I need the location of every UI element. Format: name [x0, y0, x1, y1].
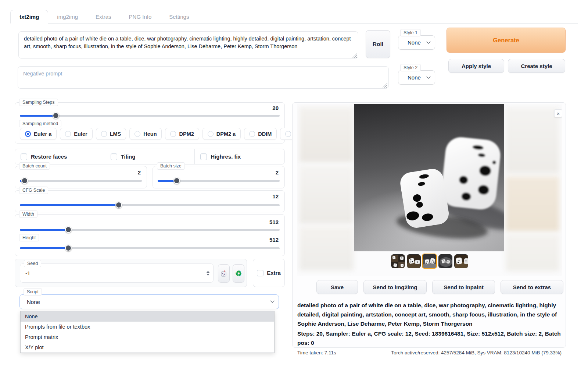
sampler-label: Euler a	[34, 131, 51, 137]
batch-count-label: Batch count	[19, 162, 50, 170]
sampler-label: DPM2	[179, 131, 194, 137]
gallery-thumbnail-1[interactable]	[391, 254, 405, 268]
slider-handle[interactable]	[53, 112, 59, 119]
batch-size-slider[interactable]	[158, 177, 280, 184]
stepper-down-icon[interactable]	[207, 274, 209, 276]
thumbnail-image	[423, 254, 437, 268]
slider-fill	[20, 247, 68, 249]
script-dropdown-menu: None Prompts from file or textbox Prompt…	[20, 311, 275, 353]
batch-count-slider[interactable]	[20, 177, 142, 184]
send-to-inpaint-button[interactable]: Send to inpaint	[432, 280, 495, 294]
gallery-thumbnail-2[interactable]	[407, 254, 421, 268]
radio-icon	[208, 131, 214, 137]
sampler-option-lms[interactable]: LMS	[96, 128, 126, 140]
chevron-down-icon	[270, 299, 274, 303]
random-seed-button[interactable]	[218, 264, 230, 283]
slider-handle[interactable]	[115, 202, 122, 208]
chevron-down-icon	[426, 39, 430, 43]
script-select[interactable]: None	[19, 294, 279, 309]
batch-count-box: Batch count 2	[15, 166, 147, 188]
sampler-option-dpm2[interactable]: DPM2	[165, 128, 199, 140]
script-value: None	[25, 299, 40, 305]
sampler-option-euler[interactable]: Euler	[60, 128, 92, 140]
slider-track[interactable]	[20, 180, 142, 182]
sampler-option-ddim[interactable]: DDIM	[244, 128, 277, 140]
seed-input[interactable]: Seed -1	[20, 263, 214, 283]
sampling-steps-value: 20	[272, 105, 279, 111]
batch-size-value: 2	[276, 169, 279, 176]
output-footer: Time taken: 7.11s Torch active/reserved:…	[297, 350, 562, 355]
sampler-option-heun[interactable]: Heun	[129, 128, 162, 140]
output-prompt-text: detailed photo of a pair of white die on…	[297, 301, 562, 328]
txt2img-app: txt2img img2img Extras PNG Info Settings…	[0, 0, 588, 368]
style2-value: None	[403, 74, 421, 81]
sampling-steps-slider[interactable]	[20, 112, 280, 119]
script-option-none[interactable]: None	[21, 311, 274, 322]
blurred-gallery-image	[299, 226, 354, 270]
sampler-option-dpm2-a[interactable]: DPM2 a	[202, 128, 241, 140]
slider-fill	[20, 115, 56, 117]
close-gallery-button[interactable]: ×	[554, 109, 562, 117]
tab-extras[interactable]: Extras	[87, 10, 120, 23]
tiling-toggle[interactable]: Tiling	[105, 149, 195, 164]
toggle-label: Tiling	[121, 153, 136, 160]
sampler-option-euler-a[interactable]: Euler a	[20, 128, 57, 140]
generated-image-dice[interactable]	[354, 104, 504, 251]
slider-handle[interactable]	[21, 177, 28, 184]
tab-settings[interactable]: Settings	[160, 10, 198, 23]
script-option-prompt-matrix[interactable]: Prompt matrix	[21, 332, 274, 342]
blurred-gallery-image	[506, 107, 559, 173]
checkbox-icon[interactable]	[257, 270, 263, 276]
gallery-thumbnail-4[interactable]	[438, 254, 452, 268]
blurred-gallery-image	[506, 234, 559, 271]
create-style-button[interactable]: Create style	[508, 59, 565, 73]
tab-img2img[interactable]: img2img	[48, 10, 87, 23]
gallery-thumbnail-3-selected[interactable]	[422, 254, 437, 269]
seed-stepper[interactable]	[207, 271, 209, 276]
roll-button[interactable]: Roll	[366, 30, 390, 58]
gallery-thumbnail-5[interactable]	[454, 254, 468, 268]
blurred-gallery-image	[506, 176, 559, 231]
extra-box[interactable]: Extra	[253, 259, 285, 287]
height-slider[interactable]	[20, 245, 280, 251]
toggle-label: Restore faces	[31, 153, 67, 160]
reuse-seed-button[interactable]: ♻	[233, 264, 244, 283]
slider-handle[interactable]	[65, 226, 72, 233]
style2-select[interactable]: None	[398, 70, 435, 85]
prompt-input[interactable]: detailed photo of a pair of white die on…	[18, 31, 358, 59]
seed-box: Seed -1 ♻	[15, 259, 247, 287]
checkbox-icon[interactable]	[111, 153, 117, 160]
tab-png-info[interactable]: PNG Info	[120, 10, 161, 23]
generate-button[interactable]: Generate	[447, 28, 566, 53]
thumbnail-image	[407, 255, 421, 268]
apply-style-button[interactable]: Apply style	[448, 59, 504, 73]
highres-fix-toggle[interactable]: Highres. fix	[194, 149, 284, 164]
style1-select[interactable]: None	[398, 35, 435, 50]
checkbox-icon[interactable]	[200, 153, 207, 160]
sampler-label: DDIM	[258, 131, 272, 137]
negative-prompt-input[interactable]	[18, 66, 389, 89]
stepper-up-icon[interactable]	[207, 271, 209, 273]
width-slider[interactable]	[20, 226, 280, 233]
slider-handle[interactable]	[173, 177, 180, 184]
checkbox-icon[interactable]	[21, 153, 27, 160]
script-option-prompts-from-file[interactable]: Prompts from file or textbox	[21, 322, 274, 332]
sampler-label: DPM2 a	[216, 131, 236, 137]
cfg-scale-label: CFG Scale	[19, 187, 48, 194]
style1-label: Style 1	[400, 29, 421, 36]
seed-label: Seed	[24, 260, 41, 267]
send-to-extras-button[interactable]: Send to extras	[501, 280, 563, 294]
radio-icon	[170, 131, 176, 137]
style2-label: Style 2	[400, 64, 421, 71]
restore-faces-toggle[interactable]: Restore faces	[15, 149, 105, 164]
save-button[interactable]: Save	[316, 280, 358, 294]
script-option-xy-plot[interactable]: X/Y plot	[21, 342, 274, 353]
slider-handle[interactable]	[65, 245, 72, 251]
width-value: 512	[269, 219, 279, 225]
sampler-label: LMS	[110, 131, 121, 137]
sampling-method-group: Euler a Euler LMS Heun DPM2 DPM2 a DDIM	[20, 128, 314, 140]
dimensions-box: Width 512 Height 512	[15, 214, 285, 256]
cfg-scale-slider[interactable]	[20, 202, 280, 208]
send-to-img2img-button[interactable]: Send to img2img	[363, 280, 427, 294]
tab-txt2img[interactable]: txt2img	[10, 10, 48, 24]
